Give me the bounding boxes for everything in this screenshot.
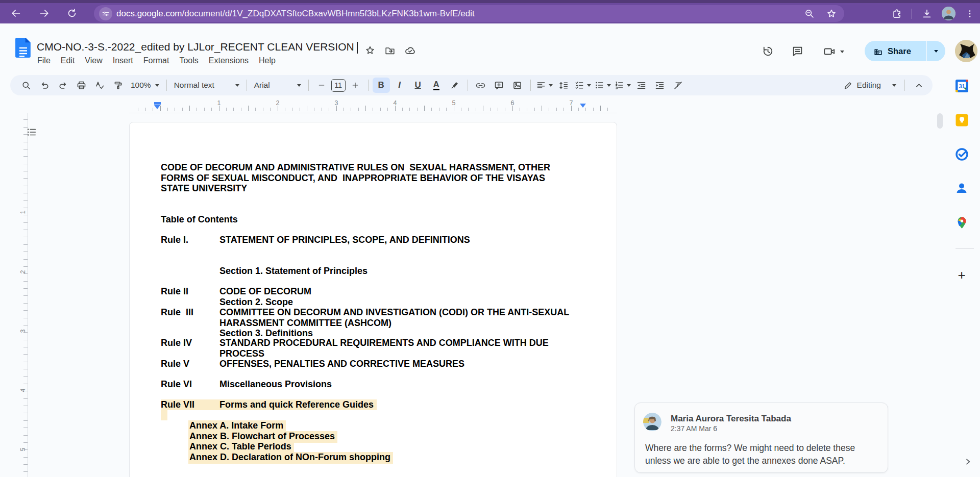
horizontal-ruler[interactable]: 1 2 3 4 5 6 7 [129, 99, 617, 113]
menu-extensions[interactable]: Extensions [204, 53, 254, 68]
forward-button[interactable] [36, 5, 53, 22]
toc-title: Table of Contents [161, 214, 238, 225]
site-info-icon[interactable] [99, 7, 112, 20]
account-avatar[interactable] [955, 40, 977, 62]
document-heading: CODE OF DECORUM AND ADMINISTRATIVE RULES… [161, 162, 575, 194]
toolbar-separator [912, 9, 912, 19]
show-side-panel-icon[interactable] [962, 456, 974, 468]
styles-select[interactable]: Normal text [171, 81, 242, 90]
move-folder-icon[interactable] [384, 45, 396, 56]
version-history-icon[interactable] [762, 45, 774, 58]
ruler-number: 5 [450, 99, 457, 107]
bold-button[interactable]: B [373, 78, 390, 93]
comment-timestamp: 2:37 AM Mar 6 [671, 424, 717, 433]
annex-d-highlighted[interactable]: Annex D. Declaration of NOn-Forum shoppi… [188, 452, 393, 464]
insert-link-icon[interactable] [472, 78, 489, 93]
toc-entry-rule-6: Rule VIMiscellaneous Provisions [161, 379, 577, 390]
insert-image-icon[interactable] [509, 78, 526, 93]
calendar-icon[interactable]: 31 [954, 78, 969, 93]
get-addons-button[interactable]: + [954, 267, 969, 283]
share-lock-icon [873, 46, 883, 56]
menu-edit[interactable]: Edit [56, 53, 80, 68]
clear-formatting-icon[interactable] [670, 78, 687, 93]
align-select[interactable] [535, 78, 554, 93]
scrollbar-thumb[interactable] [937, 113, 943, 129]
highlight-color-icon[interactable] [446, 78, 463, 93]
document-outline-icon[interactable] [24, 125, 39, 139]
line-spacing-icon[interactable] [555, 78, 572, 93]
search-menus-icon[interactable] [17, 78, 35, 93]
toc-entry-rule-2: Rule IICODE OF DECORUM [161, 286, 577, 297]
star-document-icon[interactable] [364, 45, 376, 56]
title-text-cursor [357, 42, 358, 54]
address-bar[interactable]: docs.google.com/document/d/1V_ZDqDXATSft… [94, 5, 844, 22]
maps-icon[interactable] [954, 215, 969, 230]
extensions-icon[interactable] [891, 8, 902, 19]
vertical-ruler[interactable]: 1 2 3 4 5 [15, 113, 28, 477]
menu-view[interactable]: View [80, 53, 107, 68]
left-indent-marker[interactable] [154, 105, 160, 109]
menu-tools[interactable]: Tools [174, 53, 203, 68]
comment-body: Where are the forms? We might need to de… [645, 442, 876, 467]
share-button[interactable]: Share [865, 41, 945, 61]
first-line-indent-marker[interactable] [154, 102, 161, 105]
menu-format[interactable]: Format [138, 53, 175, 68]
ruler-number: 3 [19, 328, 27, 335]
browser-profile-avatar[interactable] [942, 7, 955, 20]
right-indent-marker[interactable] [580, 104, 586, 108]
comments-icon[interactable] [791, 45, 804, 58]
ruler-number: 3 [333, 99, 340, 107]
ruler-number: 4 [391, 99, 399, 107]
font-size-increase[interactable] [347, 78, 364, 93]
menu-file[interactable]: File [32, 53, 56, 68]
paint-format-icon[interactable] [109, 78, 127, 93]
italic-button[interactable]: I [391, 78, 408, 93]
font-size-value[interactable]: 11 [331, 79, 346, 92]
toc-entry-rule-1: Rule I.STATEMENT OF PRINCIPLES, SCOPE, A… [161, 235, 577, 245]
undo-icon[interactable] [36, 78, 53, 93]
download-icon[interactable] [921, 8, 933, 19]
underline-button[interactable]: U [409, 78, 427, 93]
collapse-toolbar-icon[interactable] [910, 78, 927, 93]
keep-notes-icon[interactable] [954, 112, 969, 128]
numbered-list-select[interactable] [613, 78, 632, 93]
docs-logo[interactable] [15, 38, 31, 59]
text-color-button[interactable]: A [428, 78, 445, 93]
menu-bar: File Edit View Insert Format Tools Exten… [32, 53, 281, 68]
toc-entry-rule-3: Rule IIICOMMITTEE ON DECORUM AND INVESTI… [161, 307, 577, 328]
editing-mode-select[interactable]: Editing [840, 81, 899, 90]
add-comment-icon[interactable] [491, 78, 508, 93]
share-caret-icon[interactable] [927, 50, 945, 53]
comment-card[interactable]: Maria Aurora Teresita Tabada 2:37 AM Mar… [634, 403, 888, 473]
font-size-decrease[interactable] [313, 78, 330, 93]
ruler-number: 5 [19, 446, 27, 453]
ruler-number: 4 [19, 387, 27, 394]
checklist-select[interactable] [573, 78, 592, 93]
redo-icon[interactable] [54, 78, 71, 93]
chrome-menu-icon[interactable] [965, 9, 975, 19]
ruler-number: 1 [19, 209, 27, 216]
back-button[interactable] [7, 5, 24, 22]
side-panel-divider [955, 248, 974, 249]
meet-video-button[interactable] [823, 45, 844, 58]
decrease-indent-icon[interactable] [633, 78, 650, 93]
bookmark-star-icon[interactable] [826, 8, 837, 19]
document-page[interactable]: CODE OF DECORUM AND ADMINISTRATIVE RULES… [129, 122, 617, 477]
calendar-day-number: 31 [959, 83, 965, 89]
cloud-saved-icon[interactable] [404, 45, 416, 57]
menu-insert[interactable]: Insert [108, 53, 138, 68]
increase-indent-icon[interactable] [651, 78, 669, 93]
contacts-icon[interactable] [954, 181, 969, 196]
toc-entry-rule-7-highlighted[interactable]: Rule VIIForms and quick Reference Guides [161, 399, 377, 410]
menu-help[interactable]: Help [254, 53, 281, 68]
reload-button[interactable] [63, 5, 81, 22]
comment-author-name: Maria Aurora Teresita Tabada [671, 414, 791, 424]
print-icon[interactable] [72, 78, 90, 93]
bulleted-list-select[interactable] [593, 78, 612, 93]
font-select[interactable]: Arial [251, 81, 304, 90]
tasks-icon[interactable] [954, 146, 969, 162]
document-title[interactable]: CMO-NO.-3-S.-2022_edited by LJLor_RECENT… [37, 41, 354, 53]
zoom-select[interactable]: 100% [128, 81, 162, 90]
zoom-page-icon[interactable] [804, 8, 815, 19]
spellcheck-icon[interactable] [91, 78, 108, 93]
